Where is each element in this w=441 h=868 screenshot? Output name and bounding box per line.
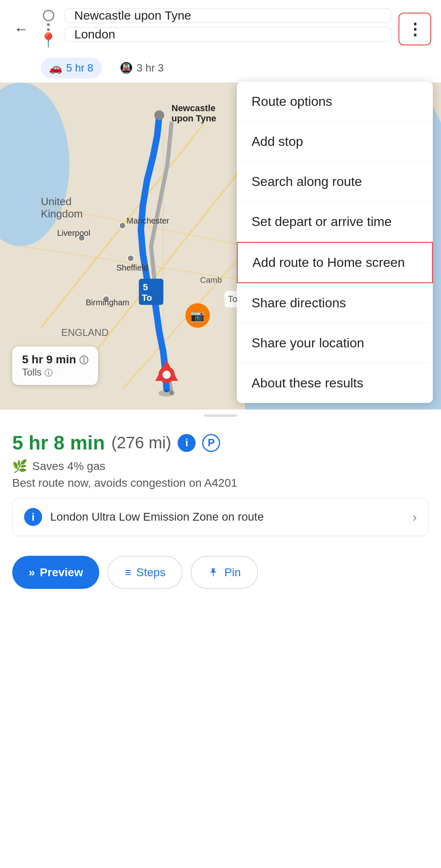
steps-label: Steps — [136, 566, 166, 579]
origin-dot — [43, 10, 54, 21]
search-inputs — [64, 8, 392, 42]
svg-text:Kingdom: Kingdom — [41, 208, 83, 220]
menu-item-set-depart-arrive[interactable]: Set depart or arrive time — [237, 202, 433, 242]
car-time: 5 hr 8 — [66, 62, 94, 74]
ulez-text: London Ultra Low Emission Zone on route — [50, 510, 404, 523]
back-icon: ← — [14, 20, 29, 38]
svg-text:To: To — [142, 293, 152, 303]
menu-item-share-location-label: Share your location — [252, 336, 364, 351]
dropdown-menu: Route options Add stop Search along rout… — [237, 82, 433, 403]
menu-item-search-along-route-label: Search along route — [252, 174, 362, 189]
transit-icon: 🚇 — [120, 62, 133, 74]
menu-item-share-directions[interactable]: Share directions — [237, 283, 433, 323]
svg-text:Newcastle: Newcastle — [172, 103, 216, 113]
transit-time: 3 hr 3 — [137, 62, 164, 74]
info-icon: i — [185, 436, 188, 449]
sep-dot-2 — [47, 28, 50, 31]
more-options-icon: ⋮ — [407, 20, 423, 38]
menu-item-route-options[interactable]: Route options — [237, 82, 433, 122]
svg-point-10 — [154, 110, 164, 120]
svg-text:ENGLAND: ENGLAND — [61, 327, 109, 338]
transport-tabs: 🚗 5 hr 8 🚇 3 hr 3 — [0, 54, 441, 83]
menu-item-share-directions-label: Share directions — [252, 295, 346, 311]
info-button[interactable]: i — [178, 434, 196, 452]
pin-button[interactable]: 🖈 Pin — [191, 556, 258, 589]
svg-text:United: United — [41, 195, 71, 208]
drag-pill — [204, 414, 237, 417]
svg-text:Manchester: Manchester — [127, 216, 169, 225]
chevron-right-icon: › — [412, 510, 417, 525]
preview-button[interactable]: » Preview — [12, 556, 99, 589]
preview-arrows-icon: » — [29, 566, 35, 579]
header: ← 📍 ⋮ — [0, 0, 441, 54]
steps-button[interactable]: ≡ Steps — [107, 556, 183, 589]
menu-item-route-options-label: Route options — [252, 94, 332, 109]
action-buttons: » Preview ≡ Steps 🖈 Pin — [0, 556, 441, 605]
sep-dot-1 — [47, 23, 50, 26]
menu-item-set-depart-arrive-label: Set depart or arrive time — [252, 214, 392, 229]
menu-item-share-location[interactable]: Share your location — [237, 323, 433, 363]
menu-item-add-route-home-label: Add route to Home screen — [252, 255, 405, 270]
camera-icon: 📷 — [185, 303, 210, 328]
parking-icon: P — [208, 436, 215, 449]
more-options-button[interactable]: ⋮ — [399, 13, 431, 45]
tab-transit[interactable]: 🚇 3 hr 3 — [111, 58, 172, 78]
svg-point-17 — [127, 255, 134, 262]
svg-point-15 — [119, 222, 126, 229]
gas-savings-text: Saves 4% gas — [32, 460, 105, 473]
menu-item-search-along-route[interactable]: Search along route — [237, 162, 433, 202]
overlay-tolls: Tolls ⓘ — [22, 367, 88, 378]
menu-item-about-results[interactable]: About these results — [237, 363, 433, 403]
ulez-card[interactable]: i London Ultra Low Emission Zone on rout… — [12, 498, 429, 536]
best-route-text: Best route now, avoids congestion on A42… — [12, 477, 429, 490]
menu-item-add-stop-label: Add stop — [252, 134, 303, 149]
svg-text:5: 5 — [143, 282, 148, 292]
duration-text: 5 hr 8 min — [12, 432, 105, 454]
origin-input[interactable] — [64, 8, 392, 23]
svg-point-31 — [158, 390, 175, 396]
trip-summary: 5 hr 8 min (276 mi) i P — [12, 432, 429, 454]
parking-button[interactable]: P — [202, 434, 220, 452]
route-info-overlay: 5 hr 9 min ⓘ Tolls ⓘ — [12, 347, 98, 385]
drag-handle — [0, 409, 441, 422]
svg-text:Birmingham: Birmingham — [86, 298, 129, 307]
distance-text: (276 mi) — [111, 434, 172, 452]
tab-car[interactable]: 🚗 5 hr 8 — [41, 58, 102, 78]
back-button[interactable]: ← — [10, 18, 33, 40]
steps-icon: ≡ — [125, 566, 131, 579]
gas-savings-row: 🌿 Saves 4% gas — [12, 459, 429, 473]
ulez-info-icon: i — [24, 508, 42, 526]
svg-point-34 — [163, 371, 171, 379]
menu-item-about-results-label: About these results — [252, 376, 363, 391]
overlay-time: 5 hr 9 min ⓘ — [22, 353, 88, 367]
svg-text:Liverpool: Liverpool — [57, 228, 90, 237]
menu-item-add-route-home[interactable]: Add route to Home screen — [237, 242, 433, 283]
svg-text:Camb: Camb — [200, 275, 222, 284]
bottom-panel: 5 hr 8 min (276 mi) i P 🌿 Saves 4% gas B… — [0, 422, 441, 556]
destination-input[interactable] — [64, 27, 392, 42]
svg-text:Sheffield: Sheffield — [116, 263, 148, 272]
pin-label: Pin — [224, 566, 241, 579]
preview-label: Preview — [40, 566, 83, 579]
leaf-icon: 🌿 — [12, 459, 27, 473]
route-separator: 📍 — [39, 8, 58, 49]
menu-item-add-stop[interactable]: Add stop — [237, 122, 433, 162]
svg-text:upon Tyne: upon Tyne — [172, 113, 216, 123]
info-icon-2: i — [31, 511, 34, 523]
car-icon: 🚗 — [49, 62, 62, 74]
pin-icon: 🖈 — [208, 566, 219, 579]
dest-pin-icon: 📍 — [39, 33, 58, 48]
